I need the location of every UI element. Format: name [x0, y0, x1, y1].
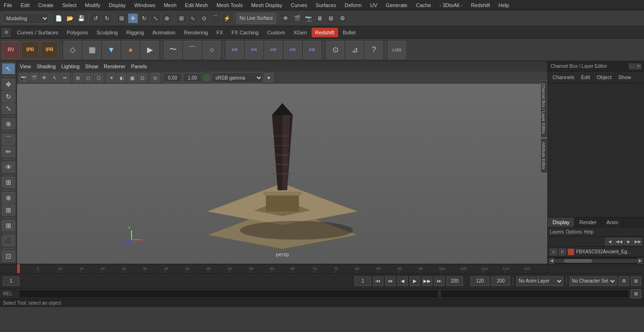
shelf-icon-rv[interactable]: RV [2, 41, 20, 59]
new-scene-btn[interactable]: 📄 [53, 13, 64, 24]
menu-file[interactable]: File [2, 2, 14, 8]
render-region-btn[interactable]: ⬛ [2, 235, 15, 246]
snap-surface-btn[interactable]: ⌒ [210, 13, 221, 24]
vp-menu-show[interactable]: Show [85, 64, 99, 69]
shelf-icon-ipr2[interactable]: IPR [41, 41, 58, 59]
channel-box-scrollbar[interactable]: ◀ ▶ [548, 257, 644, 264]
layer-tab-anim[interactable]: Anim [602, 218, 623, 227]
cb-tab-object[interactable]: Object [594, 73, 614, 81]
shelf-icon-triangle[interactable]: ⊿ [346, 41, 363, 59]
snap-live-btn[interactable]: ⚡ [222, 13, 232, 24]
select-btn[interactable]: ⊞ [116, 13, 127, 24]
layer-refresh-btn[interactable]: ▶▶ [634, 238, 642, 245]
shelf-tab-bullet[interactable]: Bullet [339, 28, 360, 37]
shelf-tab-animation[interactable]: Animation [149, 28, 179, 37]
color-space-indicator[interactable] [203, 74, 210, 81]
go-end-btn[interactable]: ⏭ [434, 276, 445, 286]
char-set-select[interactable]: No Character Set [570, 276, 617, 286]
menu-edit[interactable]: Edit [19, 2, 32, 8]
layer-option-options[interactable]: Options [566, 229, 582, 235]
shelf-icon-pr5[interactable]: PR [303, 41, 321, 59]
layer-edit-btn[interactable]: ◀◀ [615, 238, 623, 245]
save-scene-btn[interactable]: 💾 [76, 13, 86, 24]
cam-btn[interactable]: 📷 [303, 13, 314, 24]
3d-scene[interactable]: X Y Z persp [17, 84, 547, 264]
timeline-ruler[interactable]: 1 5 10 15 20 25 30 35 40 45 [17, 264, 547, 273]
menu-mesh-display[interactable]: Mesh Display [249, 2, 284, 8]
paint-btn[interactable]: ✏ [2, 146, 15, 157]
select-tool-btn[interactable]: ↖ [2, 63, 15, 74]
layer-tab-render[interactable]: Render [575, 218, 602, 227]
shelf-icon-sphere[interactable]: ● [122, 41, 140, 59]
vp-menu-panels[interactable]: Panels [131, 64, 147, 69]
shelf-tab-redshift[interactable]: Redshift [312, 28, 338, 37]
scroll-thumb[interactable] [564, 259, 592, 263]
show-hide-btn[interactable]: 👁 [2, 162, 15, 173]
vp-xray-btn[interactable]: ⊡ [138, 73, 147, 82]
menu-mesh-tools[interactable]: Mesh Tools [215, 2, 244, 8]
workspace-dropdown[interactable]: Modeling [2, 13, 49, 24]
shelf-icon-pr2[interactable]: PR [245, 41, 263, 59]
shelf-icon-grid[interactable]: ▦ [83, 41, 101, 59]
vp-wireframe-btn[interactable]: ⊞ [73, 73, 83, 82]
snap-curve-btn[interactable]: ∿ [188, 13, 198, 24]
menu-modify[interactable]: Modify [83, 2, 102, 8]
current-frame-input[interactable] [3, 276, 19, 286]
menu-create[interactable]: Create [36, 2, 56, 8]
ipr-btn[interactable]: 🎬 [292, 13, 302, 24]
vp-texture-btn[interactable]: ▦ [127, 73, 137, 82]
anim-end-input[interactable] [471, 276, 489, 286]
layer-visibility-btn[interactable]: V [550, 249, 557, 255]
color-space-dropdown[interactable]: sRGB gamma [211, 72, 263, 83]
layer-create-btn[interactable]: ◀ [605, 238, 614, 245]
xray-btn[interactable]: ⊡ [2, 251, 15, 262]
shelf-icon-pr3[interactable]: PR [264, 41, 282, 59]
redo-btn[interactable]: ↻ [102, 13, 112, 24]
vp-eye-btn[interactable]: 👁 [40, 73, 49, 82]
shelf-tab-curves-surfaces[interactable]: Curves / Surfaces [13, 28, 62, 37]
open-scene-btn[interactable]: 📂 [65, 13, 75, 24]
rotate-btn[interactable]: ↻ [139, 13, 149, 24]
shelf-icon-help[interactable]: ? [365, 41, 383, 59]
settings-btn[interactable]: ⚙ [337, 13, 347, 24]
soft-select-btn[interactable]: ⊕ [2, 118, 15, 130]
display-quality-btn[interactable]: 🖥 [314, 13, 325, 24]
snap-together-btn[interactable]: ⊞ [2, 220, 15, 231]
step-fwd-btn[interactable]: ▶▶ [422, 276, 432, 286]
vp-menu-view[interactable]: View [20, 64, 31, 69]
layer-row-0[interactable]: V P FBXASC032Ancient_Eg... [548, 247, 644, 257]
go-start-btn[interactable]: ⏮ [373, 276, 383, 286]
shelf-icon-pr1[interactable]: PR [226, 41, 244, 59]
menu-3dtoall[interactable]: - 3DtoAll - [438, 2, 464, 8]
vp-film-btn[interactable]: 🎬 [29, 73, 39, 82]
shelf-tab-fx-caching[interactable]: FX Caching [228, 28, 262, 37]
shelf-icon-diamond[interactable]: ◇ [64, 41, 82, 59]
shelf-icon-pr4[interactable]: PR [284, 41, 302, 59]
vp-isolate-btn[interactable]: ⊙ [150, 73, 160, 82]
shelf-gear-icon[interactable]: ⚙ [2, 28, 10, 37]
menu-display[interactable]: Display [107, 2, 128, 8]
layer-playback-btn[interactable]: P [559, 249, 566, 255]
shelf-tab-xgen[interactable]: XGen [289, 28, 310, 37]
anim-layer-select[interactable]: No Anim Layer [516, 276, 563, 286]
layer-option-layers[interactable]: Layers [550, 229, 564, 235]
multi-btn[interactable]: ⊕ [162, 13, 172, 24]
layer-color-swatch[interactable] [568, 249, 574, 255]
scroll-left-btn[interactable]: ◀ [549, 258, 554, 264]
shelf-icon-log[interactable]: LOG [388, 41, 406, 59]
no-live-surface-btn[interactable]: No Live Surface [236, 13, 276, 24]
char-set-extra-btn[interactable]: ⚙ [619, 276, 629, 286]
menu-help[interactable]: Help [496, 2, 511, 8]
shelf-tab-polygons[interactable]: Polygons [63, 28, 91, 37]
edge-tab-attribute-editor[interactable]: Attribute Editor [541, 138, 547, 173]
cmd-input[interactable] [19, 290, 438, 298]
vp-paint-btn[interactable]: ✏ [60, 73, 70, 82]
exposure-input[interactable] [183, 73, 202, 82]
rotate-tool-btn[interactable]: ↻ [2, 91, 15, 102]
move-btn[interactable]: ✥ [128, 13, 138, 24]
pb-extra-btn[interactable]: ⊞ [631, 276, 641, 286]
move-tool-btn[interactable]: ✥ [2, 79, 15, 90]
shelf-icon-circle[interactable]: ○ [203, 41, 221, 59]
vp-smooth-btn[interactable]: ◻ [83, 73, 93, 82]
cb-tab-show[interactable]: Show [615, 73, 634, 81]
